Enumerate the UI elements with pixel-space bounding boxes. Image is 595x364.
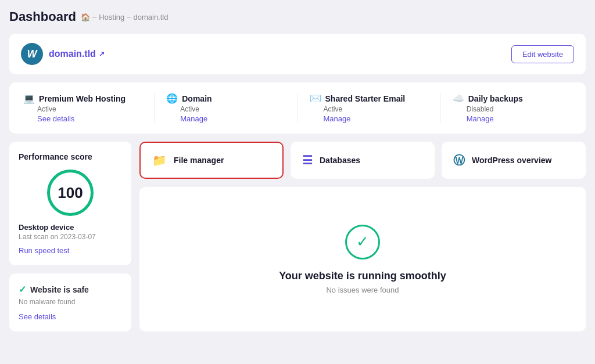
breadcrumb-separator2: – bbox=[127, 13, 131, 21]
file-manager-label: File manager bbox=[174, 156, 224, 165]
file-manager-icon: 📁 bbox=[152, 153, 167, 167]
hosting-link[interactable]: See details bbox=[37, 114, 142, 123]
security-header: ✓ Website is safe bbox=[19, 284, 122, 295]
scan-date: Last scan on 2023-03-07 bbox=[19, 233, 122, 241]
device-label: Desktop device bbox=[19, 223, 122, 232]
score-value: 100 bbox=[58, 184, 83, 202]
security-card: ✓ Website is safe No malware found See d… bbox=[9, 273, 131, 331]
security-check-icon: ✓ bbox=[19, 284, 26, 295]
edit-website-button[interactable]: Edit website bbox=[511, 45, 574, 63]
services-card: 💻 Premium Web Hosting Active See details… bbox=[9, 82, 586, 134]
run-speed-test-link[interactable]: Run speed test bbox=[19, 246, 69, 255]
file-manager-card[interactable]: 📁 File manager bbox=[139, 142, 284, 179]
status-card: ✓ Your website is running smoothly No is… bbox=[139, 187, 586, 331]
page-title: Dashboard bbox=[9, 9, 76, 24]
page-header: Dashboard 🏠 – Hosting – domain.tld bbox=[9, 9, 586, 24]
score-circle-wrapper: 100 bbox=[19, 170, 122, 216]
service-domain: 🌐 Domain Active Manage bbox=[166, 93, 285, 123]
hosting-icon: 💻 bbox=[23, 93, 35, 104]
service-hosting: 💻 Premium Web Hosting Active See details bbox=[23, 93, 142, 123]
wordpress-overview-label: WordPress overview bbox=[472, 156, 551, 165]
domain-card: W domain.tld ↗ Edit website bbox=[9, 34, 586, 74]
status-subtitle: No issues were found bbox=[326, 286, 399, 294]
main-content: Performance score 100 Desktop device Las… bbox=[9, 142, 586, 331]
quick-actions-grid: 📁 File manager ☰ Databases Ⓦ WordPress o… bbox=[139, 142, 586, 179]
divider2 bbox=[298, 93, 298, 123]
databases-label: Databases bbox=[320, 156, 360, 165]
left-column: Performance score 100 Desktop device Las… bbox=[9, 142, 131, 331]
service-email: ✉️ Shared Starter Email Active Manage bbox=[310, 93, 429, 123]
domain-icon: 🌐 bbox=[166, 93, 178, 104]
divider3 bbox=[440, 93, 441, 123]
service-backups: ☁️ Daily backups Disabled Manage bbox=[453, 93, 572, 123]
databases-icon: ☰ bbox=[302, 153, 313, 167]
security-title: Website is safe bbox=[30, 285, 89, 294]
score-circle: 100 bbox=[47, 170, 94, 216]
domain-manage-link[interactable]: Manage bbox=[180, 114, 285, 123]
malware-status: No malware found bbox=[19, 298, 122, 306]
external-link-icon[interactable]: ↗ bbox=[99, 50, 105, 58]
email-service-name: Shared Starter Email bbox=[325, 94, 406, 103]
email-status: Active bbox=[324, 105, 429, 113]
performance-title: Performance score bbox=[19, 152, 122, 161]
performance-card: Performance score 100 Desktop device Las… bbox=[9, 142, 131, 265]
email-icon: ✉️ bbox=[310, 93, 321, 104]
backups-icon: ☁️ bbox=[453, 93, 464, 104]
wordpress-logo: W bbox=[21, 43, 43, 65]
divider1 bbox=[154, 93, 155, 123]
breadcrumb-domain: domain.tld bbox=[133, 13, 168, 21]
breadcrumb-separator1: – bbox=[92, 13, 96, 21]
status-title: Your website is running smoothly bbox=[279, 270, 446, 282]
home-icon: 🏠 bbox=[81, 13, 90, 21]
status-check-icon: ✓ bbox=[356, 233, 369, 251]
right-column: 📁 File manager ☰ Databases Ⓦ WordPress o… bbox=[139, 142, 586, 331]
domain-name: domain.tld ↗ bbox=[49, 49, 105, 59]
backups-service-name: Daily backups bbox=[468, 94, 523, 103]
databases-card[interactable]: ☰ Databases bbox=[291, 142, 435, 179]
backups-status: Disabled bbox=[467, 105, 572, 113]
wordpress-overview-icon: Ⓦ bbox=[453, 153, 465, 168]
breadcrumb: 🏠 – Hosting – domain.tld bbox=[81, 13, 169, 21]
hosting-status: Active bbox=[37, 105, 142, 113]
domain-row: W domain.tld ↗ bbox=[21, 43, 105, 65]
backups-manage-link[interactable]: Manage bbox=[467, 114, 572, 123]
wordpress-overview-card[interactable]: Ⓦ WordPress overview bbox=[442, 142, 586, 179]
domain-status: Active bbox=[180, 105, 285, 113]
domain-service-name: Domain bbox=[182, 94, 212, 103]
hosting-name: Premium Web Hosting bbox=[39, 94, 126, 103]
security-see-details-link[interactable]: See details bbox=[19, 312, 56, 321]
email-manage-link[interactable]: Manage bbox=[324, 114, 429, 123]
breadcrumb-hosting: Hosting bbox=[99, 13, 124, 21]
status-icon-circle: ✓ bbox=[345, 225, 380, 260]
